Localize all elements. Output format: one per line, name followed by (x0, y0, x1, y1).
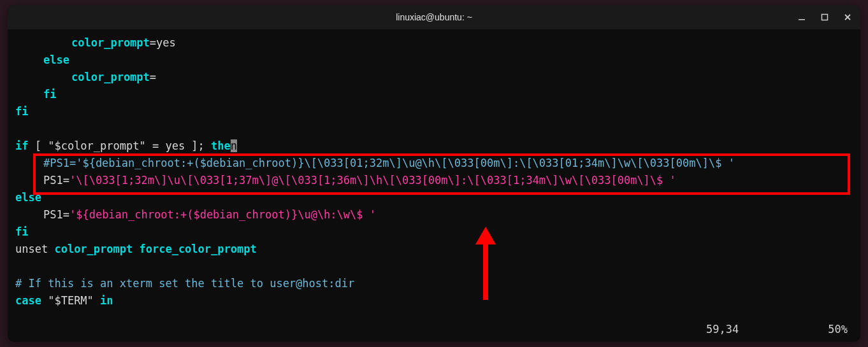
code-line: if [ "$color_prompt" = yes ]; then (15, 138, 853, 155)
code-line: fi (15, 103, 853, 120)
code-line: #PS1='${debian_chroot:+($debian_chroot)}… (15, 155, 853, 172)
svg-rect-0 (799, 19, 805, 20)
code-line (15, 120, 853, 138)
cursor-position: 59,34 (706, 321, 739, 338)
code-line: else (15, 189, 853, 206)
code-line: # If this is an xterm set the title to u… (15, 275, 853, 292)
code-line: unset color_prompt force_color_prompt (15, 241, 853, 258)
code-line: case "$TERM" in (15, 292, 853, 309)
window-controls (794, 10, 855, 25)
code-line: color_prompt= (15, 69, 853, 86)
code-line: PS1='\[\033[1;32m\]\u\[\033[1;37m\]@\[\0… (15, 172, 853, 189)
code-line: PS1='${debian_chroot:+($debian_chroot)}\… (15, 206, 853, 223)
code-line: fi (15, 223, 853, 241)
status-bar: 59,34 50% (706, 321, 848, 338)
terminal-window: linuxiac@ubuntu: ~ color_prompt=yes else… (8, 5, 860, 342)
titlebar[interactable]: linuxiac@ubuntu: ~ (8, 5, 860, 29)
scroll-percentage: 50% (828, 321, 848, 338)
svg-rect-1 (822, 15, 828, 20)
minimize-button[interactable] (794, 10, 809, 25)
cursor: n (231, 139, 237, 152)
terminal-content[interactable]: color_prompt=yes else color_prompt= fi f… (8, 29, 860, 342)
close-button[interactable] (840, 10, 855, 25)
code-line: else (15, 52, 853, 69)
maximize-button[interactable] (817, 10, 832, 25)
code-line: fi (15, 86, 853, 103)
code-line: color_prompt=yes (15, 34, 853, 52)
window-title: linuxiac@ubuntu: ~ (396, 12, 472, 22)
code-line (15, 258, 853, 275)
